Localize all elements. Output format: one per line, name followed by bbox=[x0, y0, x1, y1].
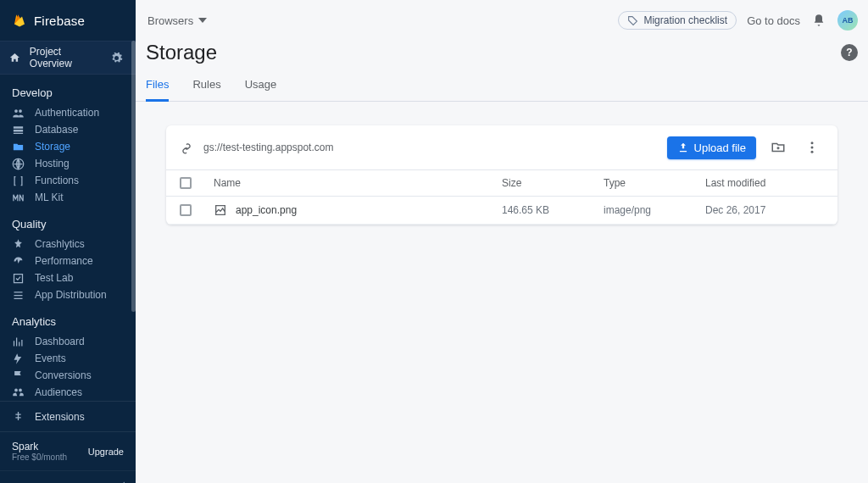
sidebar-item-label: Authentication bbox=[35, 107, 99, 119]
page-title: Storage bbox=[146, 41, 217, 64]
plan-name: Spark bbox=[12, 441, 67, 452]
col-type[interactable]: Type bbox=[604, 177, 705, 189]
flash-icon bbox=[12, 353, 25, 365]
bucket-uri: gs://test-testing.appspot.com bbox=[203, 142, 333, 153]
tab-usage[interactable]: Usage bbox=[245, 78, 277, 101]
project-overview-row: Project Overview bbox=[0, 41, 136, 75]
sidebar-item-conversions[interactable]: Conversions bbox=[0, 367, 136, 384]
row-checkbox[interactable] bbox=[180, 204, 192, 216]
upload-icon bbox=[677, 142, 689, 153]
migration-checklist-chip[interactable]: Migration checklist bbox=[618, 11, 737, 30]
overflow-menu-button[interactable] bbox=[800, 136, 824, 159]
sidebar-item-database[interactable]: Database bbox=[0, 121, 136, 138]
upgrade-button[interactable]: Upgrade bbox=[88, 447, 124, 457]
file-name-cell[interactable]: app_icon.png bbox=[214, 203, 502, 217]
sidebar-item-label: Database bbox=[35, 124, 78, 136]
tab-rules[interactable]: Rules bbox=[192, 78, 220, 101]
col-modified[interactable]: Last modified bbox=[705, 177, 824, 189]
topbar: Browsers Migration checklist Go to docs … bbox=[136, 0, 868, 41]
tabs: Files Rules Usage bbox=[136, 64, 868, 102]
brackets-icon bbox=[12, 175, 25, 187]
svg-point-0 bbox=[811, 142, 814, 144]
image-icon bbox=[214, 203, 227, 217]
table-row[interactable]: app_icon.png 146.65 KB image/png Dec 26,… bbox=[166, 197, 837, 225]
section-quality-title: Quality bbox=[0, 206, 136, 236]
plan-sub: Free $0/month bbox=[12, 452, 67, 462]
project-overview-label: Project Overview bbox=[30, 46, 106, 69]
settings-button[interactable] bbox=[105, 47, 127, 69]
sidebar-item-label: Functions bbox=[35, 175, 79, 186]
sidebar-item-functions[interactable]: Functions bbox=[0, 172, 136, 189]
section-develop-title: Develop bbox=[0, 75, 136, 104]
home-icon bbox=[8, 52, 21, 64]
gauge-icon bbox=[12, 255, 25, 268]
plan-info: Spark Free $0/month bbox=[12, 441, 67, 462]
notifications-button[interactable] bbox=[810, 12, 827, 29]
file-name: app_icon.png bbox=[236, 204, 297, 216]
ml-icon bbox=[12, 192, 25, 204]
folder-plus-icon bbox=[771, 140, 786, 155]
sidebar-item-performance[interactable]: Performance bbox=[0, 253, 136, 269]
sidebar-item-testlab[interactable]: Test Lab bbox=[0, 269, 136, 286]
file-modified: Dec 26, 2017 bbox=[705, 204, 824, 216]
select-all-checkbox[interactable] bbox=[180, 177, 192, 189]
sidebar-item-authentication[interactable]: Authentication bbox=[0, 104, 136, 121]
scrollbar-thumb[interactable] bbox=[131, 41, 136, 312]
folder-icon bbox=[12, 141, 25, 153]
collapse-sidebar-button[interactable] bbox=[0, 470, 136, 483]
distribute-icon bbox=[12, 289, 25, 302]
sidebar-item-label: Conversions bbox=[35, 369, 92, 381]
sidebar-item-extensions[interactable]: Extensions bbox=[0, 401, 136, 432]
sidebar-item-label: Crashlytics bbox=[35, 238, 85, 250]
page-header: Storage ? bbox=[136, 41, 868, 64]
sidebar-inner: Firebase Project Overview Develop Authen… bbox=[0, 0, 136, 483]
extension-icon bbox=[12, 410, 25, 423]
brand-name: Firebase bbox=[34, 14, 85, 28]
sidebar-item-label: Audiences bbox=[35, 386, 82, 398]
sidebar-item-mlkit[interactable]: ML Kit bbox=[0, 189, 136, 206]
plan-row: Spark Free $0/month Upgrade bbox=[0, 432, 136, 470]
help-button[interactable]: ? bbox=[841, 44, 858, 61]
content: gs://test-testing.appspot.com Upload fil… bbox=[136, 102, 868, 248]
link-icon bbox=[180, 141, 193, 154]
upload-label: Upload file bbox=[694, 142, 746, 154]
avatar[interactable]: AB bbox=[837, 10, 858, 31]
crash-icon bbox=[12, 238, 25, 251]
sidebar-item-hosting[interactable]: Hosting bbox=[0, 155, 136, 172]
caret-down-icon bbox=[198, 16, 207, 25]
sidebar-item-label: Test Lab bbox=[35, 272, 73, 284]
sidebar-item-label: Events bbox=[35, 353, 66, 364]
project-picker[interactable]: Browsers bbox=[146, 11, 209, 31]
globe-icon bbox=[12, 158, 25, 170]
docs-link[interactable]: Go to docs bbox=[747, 14, 800, 27]
file-type: image/png bbox=[604, 204, 705, 216]
upload-file-button[interactable]: Upload file bbox=[667, 136, 756, 159]
sidebar-scrollbar[interactable] bbox=[131, 41, 136, 483]
database-icon bbox=[12, 124, 25, 136]
tag-icon bbox=[627, 15, 638, 26]
project-name: Browsers bbox=[147, 14, 193, 27]
col-name[interactable]: Name bbox=[214, 177, 502, 189]
sidebar-item-label: Extensions bbox=[35, 411, 85, 423]
col-size[interactable]: Size bbox=[502, 177, 604, 189]
svg-point-1 bbox=[811, 147, 814, 149]
brand[interactable]: Firebase bbox=[0, 0, 136, 41]
file-size: 146.65 KB bbox=[502, 204, 604, 216]
users-icon bbox=[12, 107, 25, 119]
bell-icon bbox=[812, 14, 826, 27]
new-folder-button[interactable] bbox=[766, 136, 790, 159]
sidebar-item-events[interactable]: Events bbox=[0, 350, 136, 367]
sidebar-item-label: Dashboard bbox=[35, 336, 85, 347]
check-icon bbox=[12, 272, 25, 285]
sidebar-item-crashlytics[interactable]: Crashlytics bbox=[0, 236, 136, 253]
sidebar-item-appdist[interactable]: App Distribution bbox=[0, 286, 136, 303]
chart-icon bbox=[12, 336, 25, 348]
chevron-left-icon bbox=[117, 479, 129, 484]
project-overview-link[interactable]: Project Overview bbox=[8, 46, 105, 69]
tab-files[interactable]: Files bbox=[146, 78, 169, 102]
sidebar-item-dashboard[interactable]: Dashboard bbox=[0, 333, 136, 350]
sidebar-item-audiences[interactable]: Audiences bbox=[0, 384, 136, 401]
section-analytics-title: Analytics bbox=[0, 303, 136, 333]
sidebar-item-storage[interactable]: Storage bbox=[0, 138, 136, 155]
files-card: gs://test-testing.appspot.com Upload fil… bbox=[166, 125, 837, 225]
